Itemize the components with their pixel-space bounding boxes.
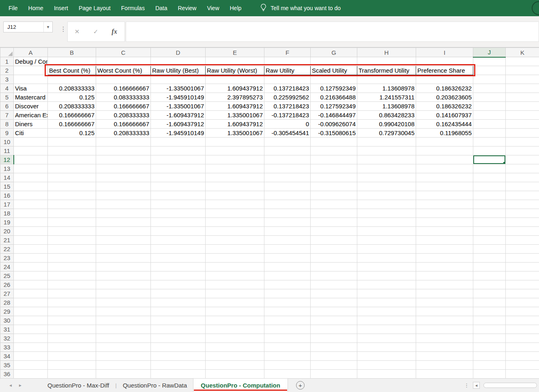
cell-C28[interactable]: [96, 298, 151, 307]
cell-B21[interactable]: [48, 236, 96, 245]
cell-I3[interactable]: [416, 75, 473, 84]
cell-A31[interactable]: [14, 325, 48, 334]
cell-K33[interactable]: [506, 343, 539, 352]
row-header-29[interactable]: 29: [0, 307, 14, 316]
cell-K15[interactable]: [506, 182, 539, 191]
cell-J18[interactable]: [473, 209, 506, 218]
cell-J29[interactable]: [473, 307, 506, 316]
cell-J22[interactable]: [473, 245, 506, 254]
cell-J2[interactable]: [473, 66, 506, 75]
row-header-4[interactable]: 4: [0, 84, 14, 93]
cell-I35[interactable]: [416, 361, 473, 370]
row-header-32[interactable]: 32: [0, 334, 14, 343]
cell-F15[interactable]: [264, 182, 311, 191]
cell-A36[interactable]: [14, 370, 48, 379]
cell-F13[interactable]: [264, 164, 311, 173]
cell-G24[interactable]: [311, 263, 357, 271]
cell-F22[interactable]: [264, 245, 311, 254]
ribbon-tab-page-layout[interactable]: Page Layout: [73, 0, 116, 16]
cell-C5[interactable]: 0.083333333: [96, 93, 151, 102]
cell-A26[interactable]: [14, 280, 48, 289]
cell-K6[interactable]: [506, 102, 539, 111]
cell-H29[interactable]: [357, 307, 416, 316]
cell-E1[interactable]: [206, 57, 264, 66]
cell-F26[interactable]: [264, 280, 311, 289]
cell-C12[interactable]: [96, 155, 151, 164]
cell-G3[interactable]: [311, 75, 357, 84]
ribbon-tab-file[interactable]: File: [3, 0, 23, 16]
row-header-20[interactable]: 20: [0, 227, 14, 236]
cell-J23[interactable]: [473, 254, 506, 263]
cell-J14[interactable]: [473, 173, 506, 182]
cell-H9[interactable]: 0.729730045: [357, 129, 416, 138]
cell-D21[interactable]: [151, 236, 206, 245]
cell-D4[interactable]: -1.335001067: [151, 84, 206, 93]
cell-F34[interactable]: [264, 352, 311, 361]
cell-K20[interactable]: [506, 227, 539, 236]
cell-A12[interactable]: [14, 155, 48, 164]
cell-H32[interactable]: [357, 334, 416, 343]
cell-H36[interactable]: [357, 370, 416, 379]
row-header-24[interactable]: 24: [0, 263, 14, 271]
cell-J1[interactable]: [473, 57, 506, 66]
cell-G8[interactable]: -0.009626074: [311, 120, 357, 129]
cell-G33[interactable]: [311, 343, 357, 352]
row-header-26[interactable]: 26: [0, 280, 14, 289]
cell-J24[interactable]: [473, 263, 506, 271]
cell-E15[interactable]: [206, 182, 264, 191]
sheet-tab-questionpro-computation[interactable]: QuestionPro - Computation: [193, 379, 288, 392]
cell-H17[interactable]: [357, 200, 416, 209]
cell-F10[interactable]: [264, 138, 311, 146]
cell-F21[interactable]: [264, 236, 311, 245]
cell-K7[interactable]: [506, 111, 539, 120]
cell-D28[interactable]: [151, 298, 206, 307]
cell-H30[interactable]: [357, 316, 416, 325]
name-box-dropdown-icon[interactable]: ▾: [43, 22, 52, 32]
cell-B27[interactable]: [48, 289, 96, 298]
cell-E36[interactable]: [206, 370, 264, 379]
cell-H25[interactable]: [357, 271, 416, 280]
ribbon-tab-help[interactable]: Help: [225, 0, 247, 16]
cell-C35[interactable]: [96, 361, 151, 370]
cell-A19[interactable]: [14, 218, 48, 227]
cell-G12[interactable]: [311, 155, 357, 164]
cell-I24[interactable]: [416, 263, 473, 271]
cell-K22[interactable]: [506, 245, 539, 254]
cell-C34[interactable]: [96, 352, 151, 361]
cell-J12[interactable]: [473, 155, 506, 164]
cell-A35[interactable]: [14, 361, 48, 370]
cell-F8[interactable]: 0: [264, 120, 311, 129]
cell-E12[interactable]: [206, 155, 264, 164]
cell-I31[interactable]: [416, 325, 473, 334]
cell-A5[interactable]: Mastercard: [14, 93, 48, 102]
cell-E32[interactable]: [206, 334, 264, 343]
cell-C25[interactable]: [96, 271, 151, 280]
cell-B18[interactable]: [48, 209, 96, 218]
cell-J13[interactable]: [473, 164, 506, 173]
cell-F6[interactable]: 0.137218423: [264, 102, 311, 111]
cell-J4[interactable]: [473, 84, 506, 93]
cell-C6[interactable]: 0.166666667: [96, 102, 151, 111]
ribbon-tab-data[interactable]: Data: [150, 0, 173, 16]
cell-C4[interactable]: 0.166666667: [96, 84, 151, 93]
row-header-28[interactable]: 28: [0, 298, 14, 307]
cell-E33[interactable]: [206, 343, 264, 352]
column-header-C[interactable]: C: [96, 48, 151, 57]
cell-C21[interactable]: [96, 236, 151, 245]
cell-B29[interactable]: [48, 307, 96, 316]
cell-I1[interactable]: [416, 57, 473, 66]
cell-G22[interactable]: [311, 245, 357, 254]
row-header-8[interactable]: 8: [0, 120, 14, 129]
cell-G15[interactable]: [311, 182, 357, 191]
row-header-19[interactable]: 19: [0, 218, 14, 227]
cell-A7[interactable]: American Express: [14, 111, 48, 120]
column-header-D[interactable]: D: [151, 48, 206, 57]
cell-E18[interactable]: [206, 209, 264, 218]
cell-E27[interactable]: [206, 289, 264, 298]
column-header-H[interactable]: H: [357, 48, 416, 57]
cell-I22[interactable]: [416, 245, 473, 254]
cell-C9[interactable]: 0.208333333: [96, 129, 151, 138]
cell-E21[interactable]: [206, 236, 264, 245]
cell-A28[interactable]: [14, 298, 48, 307]
cell-C11[interactable]: [96, 146, 151, 155]
